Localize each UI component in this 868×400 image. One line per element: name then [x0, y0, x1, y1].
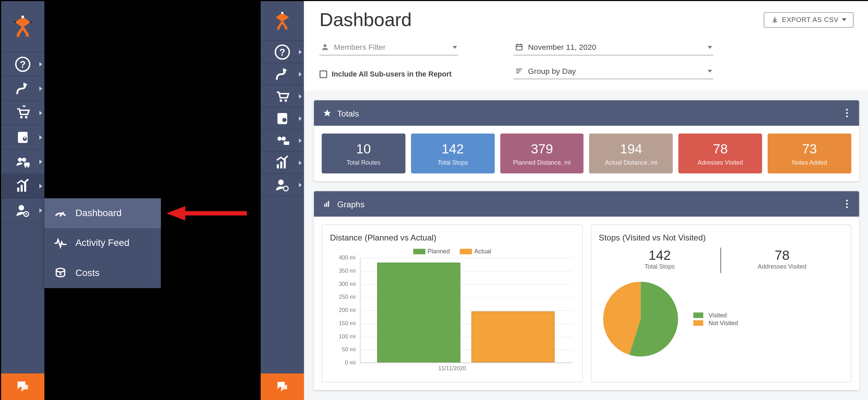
nav-routes[interactable]: [261, 63, 304, 85]
download-icon: [771, 16, 779, 24]
card-value: 78: [713, 141, 728, 157]
x-axis-label: 11/11/2020: [330, 365, 574, 374]
totals-card: 142 Total Stops: [411, 133, 495, 173]
caret-down-icon: [453, 46, 457, 48]
checkbox-icon: [319, 70, 327, 78]
nav-help[interactable]: ?: [261, 41, 304, 63]
date-value: November 11, 2020: [528, 43, 596, 51]
totals-card: 73 Notes Added: [768, 133, 851, 173]
svg-point-15: [24, 137, 26, 139]
svg-point-50: [278, 179, 283, 185]
nav-analytics[interactable]: [1, 174, 44, 198]
date-select[interactable]: November 11, 2020: [514, 40, 713, 55]
svg-point-25: [19, 205, 24, 210]
sidebar-primary: ?: [1, 1, 44, 400]
card-value: 10: [356, 141, 371, 157]
submenu-label: Costs: [75, 268, 99, 279]
nav-help[interactable]: ?: [1, 52, 44, 77]
svg-rect-21: [17, 187, 19, 191]
visited-label: Addresses Visited: [721, 263, 843, 270]
chevron-right-icon: [299, 116, 302, 121]
main-content: Dashboard EXPORT AS CSV Members Filter: [304, 1, 868, 400]
submenu-activity-feed[interactable]: Activity Feed: [44, 228, 161, 258]
svg-rect-23: [24, 182, 26, 192]
panel-menu-button[interactable]: [844, 106, 850, 120]
card-value: 142: [441, 141, 464, 157]
chat-button[interactable]: [261, 374, 304, 400]
user-icon: [320, 43, 329, 51]
svg-point-8: [20, 115, 22, 118]
svg-rect-53: [516, 44, 522, 50]
totals-panel: Totals 10 Total Routes142 Total Stops379…: [314, 100, 859, 181]
svg-point-68: [846, 203, 848, 205]
caret-down-icon: [842, 18, 846, 21]
chevron-right-icon: [39, 62, 42, 66]
svg-point-3: [14, 21, 16, 23]
svg-rect-49: [284, 159, 286, 168]
svg-point-27: [25, 213, 27, 215]
nav-routes[interactable]: [1, 77, 44, 101]
nav-team[interactable]: [261, 130, 304, 152]
legend-not-visited: Not Visited: [709, 320, 738, 327]
svg-rect-47: [277, 164, 279, 168]
chat-button[interactable]: [1, 374, 44, 400]
svg-point-41: [284, 99, 287, 101]
include-subusers-checkbox[interactable]: Include All Sub-users in the Report: [319, 70, 491, 78]
svg-point-52: [323, 44, 327, 47]
card-label: Notes Added: [792, 159, 827, 166]
svg-point-34: [281, 12, 283, 14]
svg-rect-66: [328, 201, 329, 207]
graphs-panel: Graphs Distance (Planned vs Actual) Plan…: [314, 191, 859, 390]
svg-marker-33: [166, 206, 185, 221]
members-filter-placeholder: Members Filter: [334, 43, 386, 51]
nav-orders[interactable]: [1, 101, 44, 125]
card-value: 379: [531, 141, 553, 157]
svg-point-20: [27, 165, 29, 167]
total-stops-value: 142: [599, 248, 721, 263]
chevron-right-icon: [39, 184, 42, 188]
submenu-costs[interactable]: $ Costs: [44, 258, 161, 288]
chevron-right-icon: [299, 183, 302, 187]
legend-visited: Visited: [709, 312, 727, 319]
legend-planned: Planned: [428, 248, 450, 254]
chevron-right-icon: [39, 86, 42, 90]
app-logo: [261, 1, 304, 41]
totals-header: Totals: [337, 108, 359, 118]
svg-point-19: [25, 165, 26, 167]
nav-team[interactable]: [1, 150, 44, 174]
stops-chart-card: Stops (Visited vs Not Visited) 142 Total…: [590, 224, 851, 382]
svg-rect-18: [24, 162, 29, 166]
calendar-icon: [515, 43, 524, 51]
svg-point-16: [18, 157, 22, 162]
nav-user-settings[interactable]: [261, 174, 304, 196]
nav-analytics[interactable]: [261, 152, 304, 174]
nav-addressbook[interactable]: [1, 125, 44, 150]
svg-marker-60: [323, 109, 331, 117]
nav-addressbook[interactable]: [261, 107, 304, 129]
group-by-select[interactable]: Group by Day: [514, 64, 713, 79]
analytics-submenu: Dashboard Activity Feed $ Costs: [44, 198, 161, 288]
distance-chart-title: Distance (Planned vs Actual): [330, 233, 574, 242]
members-filter-select[interactable]: Members Filter: [319, 40, 458, 55]
export-csv-button[interactable]: EXPORT AS CSV: [764, 12, 853, 27]
panel-menu-button[interactable]: [844, 197, 850, 210]
chevron-right-icon: [299, 94, 302, 98]
svg-point-4: [29, 21, 32, 23]
chevron-right-icon: [39, 110, 42, 115]
stops-chart-title: Stops (Visited vs Not Visited): [599, 233, 843, 242]
totals-card: 379 Planned Distance, mi: [500, 133, 584, 173]
nav-user-settings[interactable]: [1, 198, 44, 223]
visited-value: 78: [721, 248, 843, 263]
topbar: Dashboard EXPORT AS CSV Members Filter: [304, 1, 868, 90]
card-label: Total Routes: [347, 159, 380, 166]
include-subusers-label: Include All Sub-users in the Report: [332, 70, 452, 78]
stops-legend: Visited Not Visited: [693, 311, 738, 328]
card-label: Actual Distance, mi: [605, 159, 657, 166]
svg-point-40: [280, 99, 282, 101]
submenu-label: Activity Feed: [75, 238, 129, 249]
nav-orders[interactable]: [261, 85, 304, 107]
chart-icon: [323, 199, 332, 208]
svg-text:?: ?: [279, 46, 285, 57]
submenu-dashboard[interactable]: Dashboard: [44, 198, 161, 228]
distance-chart-card: Distance (Planned vs Actual) Planned Act…: [322, 224, 583, 382]
